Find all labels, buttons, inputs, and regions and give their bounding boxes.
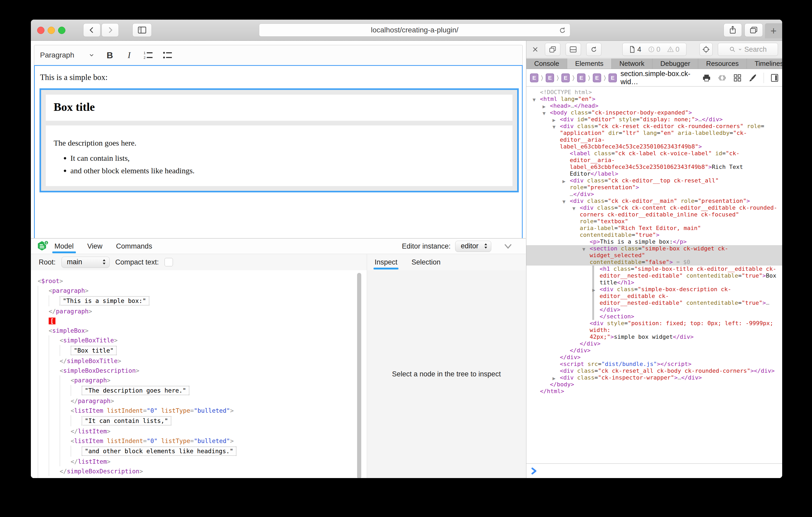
code-line[interactable]: ▼<div class="ck ck-reset ck-editor ck-ro… [526,123,782,130]
devtools-reload-button[interactable] [586,43,602,56]
inspector-tab-selection[interactable]: Selection [411,254,441,270]
tree-row[interactable]: </simpleBox> [31,476,367,478]
code-line[interactable]: <div class="ck ck-reset_all ck-body ck-r… [526,367,782,374]
devtools-tab-timelines[interactable]: Timelines [747,59,782,69]
bold-button[interactable]: B [104,49,116,61]
tree-row[interactable]: "Box title" [31,345,367,356]
disclosure-closed-icon[interactable]: ▶ [562,178,566,185]
tree-row[interactable]: </paragraph> [31,396,367,406]
back-button[interactable] [83,23,100,37]
italic-button[interactable]: I [123,49,136,61]
tree-row[interactable]: "and other block elements like headings.… [31,446,367,457]
editor-instance-select[interactable]: editor [455,241,491,252]
simple-box-description-area[interactable]: The description goes here. It can contai… [46,125,513,186]
simple-box-title[interactable]: Box title [54,100,95,114]
code-line[interactable]: </html> [526,388,782,395]
sidebar-toggle-button[interactable] [133,23,152,37]
code-line[interactable]: </div> [526,347,782,354]
code-line[interactable]: editor__nested-editable" contenteditable… [526,300,782,313]
devtools-tab-debugger[interactable]: Debugger [652,59,698,69]
new-tab-button[interactable]: + [765,23,782,38]
code-line[interactable]: corners ck-editor__editable_inline ck-fo… [526,211,782,225]
code-line[interactable]: ▶<div class="ck-inspector-wrapper">…</di… [526,374,782,381]
show-all-tabs-button[interactable] [745,23,763,37]
heading-dropdown[interactable]: Paragraph [40,51,97,59]
text-node[interactable]: "The description goes here." [82,386,190,395]
tree-row[interactable]: <listItem listIndent="0" listType="bulle… [31,406,367,415]
simple-box-widget[interactable]: Box title The description goes here. It … [39,88,519,192]
code-line[interactable]: ▼<div class="ck ck-editor__main" role="p… [526,197,782,204]
styles-brush-icon[interactable] [748,74,757,82]
code-line[interactable]: label_e63cbbfece34c53ce23501062343f49b8"… [526,163,782,171]
text-node[interactable]: "It can contain lists," [82,416,171,426]
code-line[interactable]: </div> [526,354,782,361]
code-line[interactable]: label_e63cbbfece34c53ce23501062343f49b8"… [526,143,782,150]
element-picker-button[interactable] [699,43,713,56]
close-window-button[interactable] [37,27,45,34]
tree-scrollbar[interactable] [357,273,361,478]
code-line[interactable]: editor__nested-editable" contenteditable… [526,272,782,279]
breadcrumb-element-badge[interactable]: E [546,73,554,82]
code-line[interactable]: ▼<body class="ck-inspector-body-expanded… [526,109,782,116]
breadcrumb-element-badge[interactable]: E [577,73,585,82]
devtools-tab-elements[interactable]: Elements [567,59,611,69]
inspector-tab-view[interactable]: View [86,239,104,254]
code-line[interactable]: "application" dir="ltr" lang="en" aria-l… [526,130,782,143]
list-item[interactable]: It can contain lists, [70,154,195,162]
tree-row[interactable]: <$root> [31,276,367,286]
resource-stats[interactable]: 4 0 0 [622,43,687,56]
root-select[interactable]: main [61,257,110,268]
breadcrumb-element-badge[interactable]: E [530,73,539,82]
minimize-window-button[interactable] [48,27,55,34]
text-node[interactable]: "This is a simple box:" [60,296,149,306]
dock-devtools-button[interactable] [566,43,581,56]
detach-devtools-button[interactable] [545,43,560,56]
print-icon[interactable] [702,74,711,82]
breadcrumb-element-badge[interactable]: E [608,73,617,82]
code-line[interactable]: </body> [526,381,782,388]
tree-row[interactable]: </simpleBoxDescription> [31,466,367,476]
editor-paragraph[interactable]: This is a simple box: [40,73,108,82]
tree-row[interactable]: <simpleBoxDescription> [31,366,367,375]
details-sidebar-toggle-icon[interactable] [771,74,779,82]
simple-box-list[interactable]: It can contain lists,and other block ele… [63,154,195,179]
text-node[interactable]: "and other block elements like headings.… [82,447,236,456]
inspector-tab-inspect[interactable]: Inspect [374,254,398,270]
tree-row[interactable]: </simpleBoxTitle> [31,356,367,366]
tree-row[interactable]: "This is a simple box:" [31,295,367,306]
tree-row[interactable]: [ [31,316,367,326]
console-prompt[interactable] [526,463,782,478]
breadcrumb-current[interactable]: section.simple-box.ck-wid… [620,70,702,86]
zoom-window-button[interactable] [58,27,65,34]
forward-button[interactable] [102,23,119,37]
code-line[interactable]: title</h1> [526,279,782,286]
code-line[interactable]: …</div> [526,191,782,197]
editor-editable[interactable]: This is a simple box: Box title The desc… [34,65,523,241]
code-line[interactable]: ▶<div class="ck ck-editor__top ck-reset_… [526,177,782,191]
tree-row[interactable]: "It can contain lists," [31,415,367,426]
code-line[interactable]: <label class="ck ck-label ck-voice-label… [526,150,782,163]
show-source-icon[interactable] [718,74,726,82]
url-field[interactable]: localhost/creating-a-plugin/ [259,24,570,37]
collapse-inspector-icon[interactable] [503,243,513,250]
code-line[interactable]: ▶<div class="simple-box-description ck-e… [526,286,782,300]
bulleted-list-button[interactable] [162,49,174,61]
code-line[interactable]: <div style="position: fixed; top: 0px; l… [526,320,782,334]
tree-row[interactable]: </paragraph> [31,306,367,316]
grid-overlay-icon[interactable] [733,74,742,82]
tree-row[interactable]: <paragraph> [31,375,367,385]
devtools-tab-network[interactable]: Network [612,59,652,69]
code-line[interactable]: <script src="dist/bundle.js"></script> [526,361,782,367]
inspector-tab-commands[interactable]: Commands [115,239,153,254]
breadcrumb-element-badge[interactable]: E [561,73,570,82]
code-line[interactable]: ▼<html lang="en"> [526,96,782,102]
tree-row[interactable]: <listItem listIndent="0" listType="bulle… [31,436,367,446]
tree-row[interactable]: <paragraph> [31,286,367,295]
compact-text-checkbox[interactable] [165,258,173,266]
devtools-tab-resources[interactable]: Resources [698,59,747,69]
text-node[interactable]: "Box title" [70,346,117,355]
code-line[interactable]: ▶<head>…</head> [526,102,782,109]
tree-row[interactable]: "The description goes here." [31,385,367,396]
simple-box-description[interactable]: The description goes here. [54,139,137,147]
code-line[interactable]: aria-label="Rich Text Editor, main" cont… [526,225,782,238]
